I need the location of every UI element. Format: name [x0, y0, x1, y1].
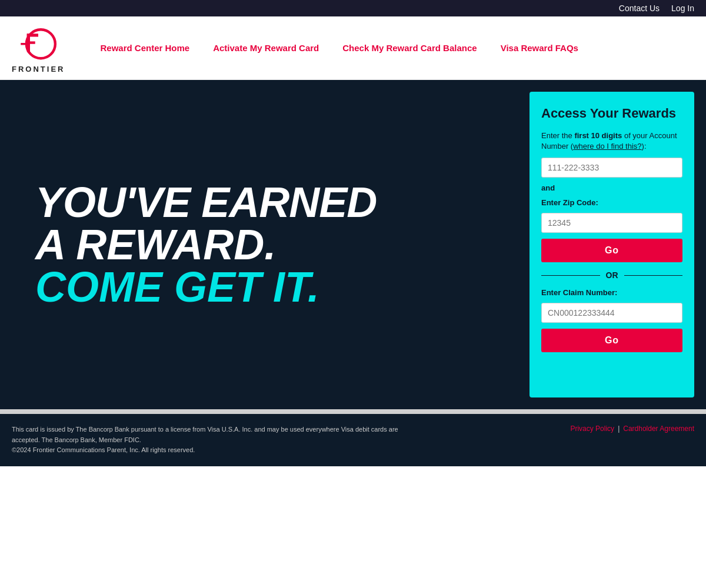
privacy-policy-link[interactable]: Privacy Policy	[570, 425, 614, 433]
bottom-white-space	[0, 466, 706, 537]
cardholder-agreement-link[interactable]: Cardholder Agreement	[623, 425, 694, 433]
frontier-logo	[18, 22, 59, 64]
footer-left: This card is issued by The Bancorp Bank …	[12, 425, 424, 456]
hero-line2: A REWARD.	[35, 223, 506, 266]
svg-rect-3	[27, 41, 35, 44]
login-link[interactable]: Log In	[671, 4, 694, 13]
access-instruction: Enter the first 10 digits of your Accoun…	[541, 131, 682, 152]
footer-disclaimer: This card is issued by The Bancorp Bank …	[12, 425, 424, 445]
access-card-title: Access Your Rewards	[541, 106, 682, 121]
footer-copyright: ©2024 Frontier Communications Parent, In…	[12, 445, 424, 456]
top-bar: Contact Us Log In	[0, 0, 706, 16]
nav-reward-center-home[interactable]: Reward Center Home	[100, 43, 189, 53]
and-text: and	[541, 183, 682, 192]
divider-line-left	[541, 275, 600, 276]
or-text: OR	[606, 270, 618, 280]
hero-section: YOU'VE EARNED A REWARD. COME GET IT. Acc…	[0, 80, 706, 409]
hero-text: YOU'VE EARNED A REWARD. COME GET IT.	[0, 80, 530, 409]
hero-line1: YOU'VE EARNED	[35, 181, 506, 223]
footer-separator: |	[618, 425, 620, 433]
divider-line-right	[624, 275, 683, 276]
nav-activate-reward[interactable]: Activate My Reward Card	[213, 43, 319, 53]
go-button-1[interactable]: Go	[541, 239, 682, 262]
logo-area: FRONTIER	[12, 22, 65, 74]
where-find-link[interactable]: where do I find this?	[573, 142, 641, 151]
footer-right: Privacy Policy | Cardholder Agreement	[570, 425, 694, 433]
main-nav: Reward Center Home Activate My Reward Ca…	[100, 43, 694, 53]
access-card: Access Your Rewards Enter the first 10 d…	[530, 92, 694, 397]
go-button-2[interactable]: Go	[541, 329, 682, 352]
logo-text: FRONTIER	[12, 65, 65, 74]
footer: This card is issued by The Bancorp Bank …	[0, 414, 706, 466]
zip-label: Enter Zip Code:	[541, 198, 682, 207]
svg-rect-2	[27, 34, 38, 36]
claim-number-input[interactable]	[541, 303, 682, 323]
nav-check-balance[interactable]: Check My Reward Card Balance	[342, 43, 477, 53]
account-number-input[interactable]	[541, 158, 682, 178]
or-divider: OR	[541, 270, 682, 280]
zip-input[interactable]	[541, 213, 682, 233]
claim-label: Enter Claim Number:	[541, 288, 682, 297]
nav-visa-faqs[interactable]: Visa Reward FAQs	[501, 43, 578, 53]
separator	[0, 409, 706, 414]
hero-line3: COME GET IT.	[35, 266, 506, 308]
header: FRONTIER Reward Center Home Activate My …	[0, 16, 706, 80]
contact-us-link[interactable]: Contact Us	[619, 4, 660, 13]
